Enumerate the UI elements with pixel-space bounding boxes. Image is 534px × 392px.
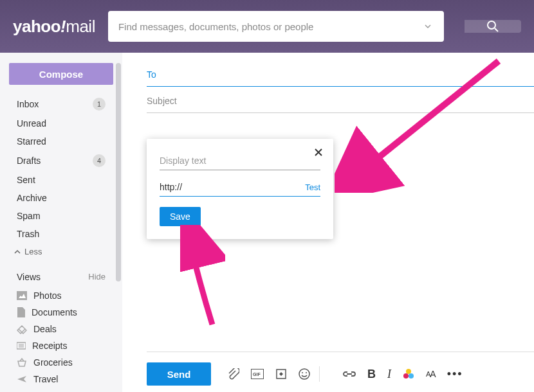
folder-sent[interactable]: Sent <box>0 171 122 189</box>
view-label: Groceries <box>33 357 73 368</box>
sidebar-scrollbar[interactable] <box>116 63 121 281</box>
folder-label: Spam <box>17 211 41 221</box>
search-icon <box>486 20 499 33</box>
view-photos[interactable]: Photos <box>0 287 122 304</box>
collapse-less[interactable]: Less <box>0 243 122 260</box>
folder-label: Sent <box>17 175 35 185</box>
folder-label: Starred <box>17 136 46 147</box>
folder-label: Archive <box>17 193 47 203</box>
folder-trash[interactable]: Trash <box>0 225 122 243</box>
svg-point-7 <box>302 372 303 373</box>
folder-count-badge: 1 <box>93 98 106 111</box>
svg-point-9 <box>406 369 411 374</box>
view-documents[interactable]: Documents <box>0 304 122 321</box>
plane-icon <box>17 375 27 384</box>
folder-inbox[interactable]: Inbox1 <box>0 94 122 114</box>
document-icon <box>17 307 25 317</box>
italic-button[interactable]: I <box>387 368 391 381</box>
chevron-down-icon <box>424 22 432 30</box>
folder-count-badge: 4 <box>93 154 106 167</box>
less-label: Less <box>24 247 42 256</box>
svg-point-6 <box>299 369 309 379</box>
toolbar-separator <box>147 352 534 352</box>
view-deals[interactable]: Deals <box>0 321 122 337</box>
subject-field[interactable]: Subject <box>147 87 534 113</box>
view-receipts[interactable]: Receipts <box>0 337 122 354</box>
views-title: Views <box>17 272 41 282</box>
insert-link-dialog: Test Save <box>147 139 333 239</box>
svg-point-10 <box>403 373 409 379</box>
gif-icon: GIF <box>251 369 264 379</box>
folder-label: Unread <box>17 118 46 129</box>
svg-rect-1 <box>17 291 27 300</box>
yahoo-mail-logo: yahoo!mail <box>13 17 95 37</box>
svg-text:GIF: GIF <box>253 372 261 377</box>
view-groceries[interactable]: Groceries <box>0 354 122 371</box>
emoji-button[interactable] <box>299 368 310 380</box>
dialog-close-button[interactable] <box>311 145 326 161</box>
view-label: Receipts <box>32 341 67 351</box>
folder-label: Drafts <box>17 156 41 166</box>
compose-toolbar: Send GIF B I AA ••• <box>147 359 534 392</box>
color-dots-icon <box>403 369 414 379</box>
folder-spam[interactable]: Spam <box>0 207 122 225</box>
svg-point-8 <box>306 372 307 373</box>
emoji-icon <box>299 368 310 380</box>
basket-icon <box>17 358 27 367</box>
view-label: Documents <box>32 307 77 317</box>
attach-button[interactable] <box>228 368 239 380</box>
folder-list: Inbox1 Unread Starred Drafts4 Sent Archi… <box>0 94 122 243</box>
card-icon <box>275 368 287 380</box>
close-icon <box>314 148 323 157</box>
folder-archive[interactable]: Archive <box>0 189 122 207</box>
link-button[interactable] <box>343 370 356 378</box>
search-button[interactable] <box>465 20 521 33</box>
folder-drafts[interactable]: Drafts4 <box>0 150 122 171</box>
photos-icon <box>17 291 27 300</box>
folder-label: Inbox <box>17 99 39 109</box>
toolbar-divider <box>319 366 320 382</box>
bold-button[interactable]: B <box>367 368 376 381</box>
sidebar: Compose Inbox1 Unread Starred Drafts4 Se… <box>0 53 122 392</box>
folder-starred[interactable]: Starred <box>0 132 122 150</box>
send-button[interactable]: Send <box>147 362 211 386</box>
search-input[interactable] <box>108 11 444 42</box>
stationery-button[interactable] <box>275 368 287 380</box>
to-field[interactable]: To <box>147 66 534 87</box>
display-text-input[interactable] <box>160 150 320 170</box>
text-color-button[interactable] <box>403 369 414 379</box>
gif-button[interactable]: GIF <box>251 369 264 379</box>
svg-point-11 <box>409 373 414 379</box>
search-bar <box>108 11 444 42</box>
test-link-button[interactable]: Test <box>305 183 320 196</box>
search-dropdown-toggle[interactable] <box>418 11 437 42</box>
link-icon <box>343 370 356 378</box>
save-link-button[interactable]: Save <box>160 207 201 226</box>
font-size-button[interactable]: AA <box>426 369 436 379</box>
app-header: yahoo!mail <box>0 0 534 53</box>
receipt-icon <box>17 341 26 350</box>
url-input[interactable] <box>160 177 297 196</box>
paperclip-icon <box>228 368 239 380</box>
views-header: Views Hide <box>0 260 122 287</box>
deals-icon <box>17 324 27 334</box>
more-formatting-button[interactable]: ••• <box>447 368 463 381</box>
view-travel[interactable]: Travel <box>0 371 122 388</box>
chevron-up-icon <box>14 249 21 255</box>
compose-button[interactable]: Compose <box>9 63 113 85</box>
view-label: Deals <box>33 324 57 334</box>
hide-views-toggle[interactable]: Hide <box>88 272 106 282</box>
view-label: Photos <box>33 290 62 301</box>
svg-point-0 <box>488 21 495 29</box>
folder-label: Trash <box>17 229 39 239</box>
view-label: Travel <box>33 374 58 384</box>
folder-unread[interactable]: Unread <box>0 114 122 132</box>
